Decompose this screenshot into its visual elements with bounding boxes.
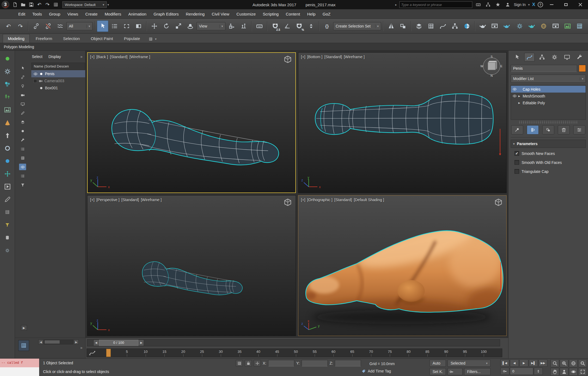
macro-recorder-line[interactable]: -- called f: [0, 359, 39, 367]
explorer-tab-select[interactable]: Select: [32, 54, 42, 59]
scroll-left-icon[interactable]: ◀: [38, 340, 43, 344]
light-bulb-icon[interactable]: [19, 83, 26, 89]
pin-stack-button[interactable]: [511, 125, 523, 134]
tab-populate[interactable]: Populate: [119, 34, 145, 43]
checkbox-box[interactable]: ✓: [514, 151, 519, 156]
viewcube[interactable]: S W E N: [480, 54, 504, 78]
stack-row-editable-poly[interactable]: ▶ Editable Poly: [511, 99, 586, 106]
apps-icon[interactable]: [475, 1, 482, 8]
tab-freeform[interactable]: Freeform: [31, 34, 57, 43]
key-filters-icon-button[interactable]: [448, 368, 463, 375]
open-autodesk-360-button[interactable]: [538, 20, 549, 32]
polygon-modeling-bar[interactable]: Polygon Modeling: [0, 43, 588, 51]
sphere-icon[interactable]: [2, 54, 12, 63]
snaps-toggle[interactable]: 2.5: [270, 20, 281, 32]
geometry-sphere-icon[interactable]: [19, 128, 26, 134]
modifier-list-dropdown[interactable]: Modifier List ▾: [511, 75, 586, 83]
funnel-icon[interactable]: [2, 220, 12, 230]
y-coordinate-field[interactable]: [302, 360, 328, 366]
grid-pencil-icon[interactable]: [2, 195, 12, 204]
3dsmax-logo-icon[interactable]: 3: [2, 1, 9, 8]
viewport-shading-menu[interactable]: [Default Shading ]: [354, 198, 384, 202]
menu-item[interactable]: Help: [304, 10, 319, 18]
select-cursor-icon[interactable]: [19, 65, 26, 71]
menu-item[interactable]: Animation: [125, 10, 150, 18]
keyboard-shortcut-override-toggle[interactable]: [254, 20, 265, 32]
key-mode-toggle[interactable]: [500, 368, 509, 375]
select-and-place-button[interactable]: [185, 20, 196, 32]
visibility-off-icon[interactable]: [33, 79, 37, 83]
torus-icon[interactable]: [2, 143, 12, 153]
isolate-selection-toggle[interactable]: [236, 360, 243, 366]
camera-icon[interactable]: [19, 92, 26, 98]
make-unique-button[interactable]: [542, 125, 554, 134]
tab-object-paint[interactable]: Object Paint: [86, 34, 118, 43]
monitor-icon[interactable]: [19, 101, 26, 107]
pan-button[interactable]: [550, 368, 559, 376]
rendered-frame-window-button[interactable]: [489, 20, 500, 32]
next-frame-arrow[interactable]: ▶: [139, 340, 144, 346]
checkbox-smooth-with-old-faces[interactable]: Smooth With Old Faces: [514, 160, 585, 165]
render-iterative-button[interactable]: [526, 20, 537, 32]
terrain-image-icon[interactable]: [2, 105, 12, 114]
select-and-rotate-button[interactable]: [161, 20, 172, 32]
checkbox-box[interactable]: [514, 169, 519, 174]
previous-frame-arrow[interactable]: ◀: [93, 340, 99, 346]
configure-modifier-sets-button[interactable]: [573, 125, 585, 134]
menu-item[interactable]: Modifiers: [101, 10, 125, 18]
previous-frame-button[interactable]: ◀: [510, 359, 519, 367]
walk-through-button[interactable]: [560, 368, 568, 376]
zoom-button[interactable]: [550, 359, 559, 367]
pencil-icon[interactable]: [19, 110, 26, 116]
select-and-scale-button[interactable]: [173, 20, 184, 32]
viewport-standard-menu[interactable]: [Standard]: [110, 55, 128, 59]
viewport-pov-menu[interactable]: [Perspective ]: [96, 198, 120, 202]
listener-line[interactable]: [0, 367, 39, 376]
ribbon-minimize-chevron-icon[interactable]: ▾: [155, 37, 157, 41]
zoom-all-button[interactable]: [560, 359, 568, 367]
menu-item[interactable]: Group: [45, 10, 64, 18]
viewport-back[interactable]: [+] [Back ] [Standard] [Wireframe ] x z …: [87, 52, 296, 193]
workspace-dropdown[interactable]: Workspace: Default▾: [62, 1, 107, 8]
checkbox-box[interactable]: [514, 160, 519, 165]
viewport-general-menu[interactable]: [+]: [90, 55, 94, 59]
close-button[interactable]: [574, 1, 586, 8]
sign-in-button[interactable]: Sign In: [514, 2, 526, 7]
select-by-name-button[interactable]: [109, 20, 120, 32]
state-sets-button[interactable]: [550, 20, 561, 32]
expand-arrow-icon[interactable]: ▶: [518, 102, 521, 104]
menu-item[interactable]: GoZ: [319, 10, 334, 18]
time-slider-track[interactable]: ◀ 0 / 100 ▶: [87, 339, 500, 346]
explorer-h-scrollbar[interactable]: ◀ ▶: [38, 340, 79, 344]
percent-snap-toggle[interactable]: %: [293, 20, 305, 32]
object-color-swatch[interactable]: [579, 65, 586, 72]
viewport-shading-menu[interactable]: [Wireframe ]: [344, 55, 365, 59]
tab-modeling[interactable]: Modeling: [3, 34, 30, 43]
layer-explorer-toggle[interactable]: [413, 20, 425, 32]
frame-spinner[interactable]: [534, 368, 543, 375]
project-icon[interactable]: [52, 1, 59, 8]
track-bar[interactable]: 0510152025303540455055606570758085909510…: [85, 347, 508, 358]
explorer-tab-display[interactable]: Display: [48, 54, 61, 59]
gear-icon[interactable]: [2, 67, 12, 76]
curve-editor-button[interactable]: [437, 20, 449, 32]
menu-item[interactable]: Scripting: [259, 10, 282, 18]
stack-resize-grip[interactable]: [519, 121, 578, 124]
explorer-row-penis[interactable]: Penis: [31, 70, 85, 77]
viewport-standard-menu[interactable]: [Standard]: [334, 198, 352, 202]
display-tab-icon[interactable]: [562, 53, 572, 62]
viewport-general-menu[interactable]: [+]: [301, 55, 305, 59]
scrollbar-track[interactable]: [44, 340, 73, 344]
maxscript-mini-listener[interactable]: -- called f: [0, 359, 39, 376]
zoom-region-button[interactable]: [578, 359, 587, 367]
arrow-up-icon[interactable]: [2, 131, 12, 140]
ball-icon[interactable]: [2, 156, 12, 166]
explorer-column-header[interactable]: Name (Sorted Descen: [31, 63, 85, 70]
explorer-row-box001[interactable]: Box001: [31, 84, 85, 91]
set-key-button[interactable]: Set K.: [430, 368, 446, 375]
civil-view-button[interactable]: [562, 20, 573, 32]
menu-item[interactable]: Content: [282, 10, 304, 18]
checkbox-smooth-new-faces[interactable]: ✓ Smooth New Faces: [514, 151, 585, 156]
select-and-link-icon[interactable]: [30, 20, 42, 32]
small-grid-icon[interactable]: [2, 207, 12, 217]
